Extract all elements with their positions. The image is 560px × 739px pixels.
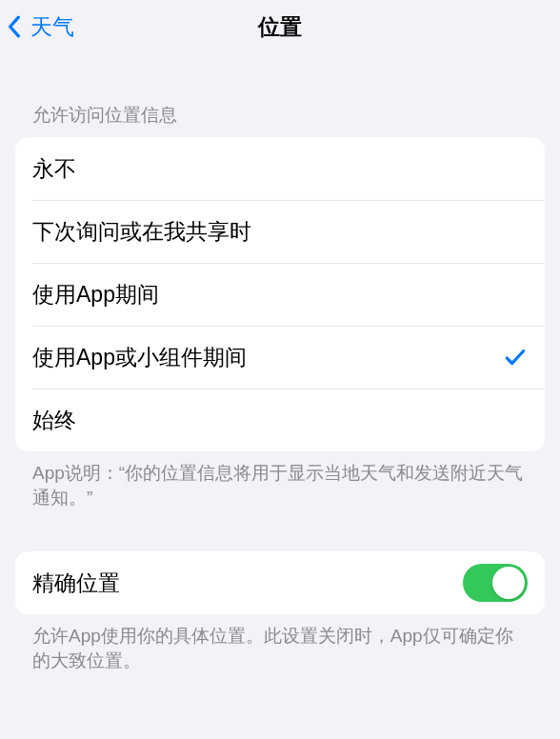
chevron-left-icon [8, 13, 25, 40]
precise-location-group: 精确位置 [15, 551, 545, 614]
option-label: 始终 [32, 406, 528, 435]
option-label: 永不 [32, 154, 528, 184]
section-footer-app-explanation: App说明：“你的位置信息将用于显示当地天气和发送附近天气通知。” [0, 451, 560, 509]
option-while-using-app-or-widgets[interactable]: 使用App或小组件期间 [15, 326, 545, 389]
option-label: 下次询问或在我共享时 [32, 217, 528, 247]
checkmark-icon [503, 345, 528, 370]
location-access-group: 永不 下次询问或在我共享时 使用App期间 使用App或小组件期间 始终 [15, 137, 545, 451]
option-label: 使用App期间 [32, 280, 528, 310]
toggle-knob [492, 567, 525, 599]
precise-location-row[interactable]: 精确位置 [15, 551, 545, 614]
navigation-bar: 天气 位置 [0, 0, 560, 53]
section-header-location-access: 允许访问位置信息 [0, 53, 560, 137]
back-label: 天气 [30, 12, 74, 42]
option-never[interactable]: 永不 [15, 137, 545, 200]
option-always[interactable]: 始终 [15, 389, 545, 451]
option-while-using-app[interactable]: 使用App期间 [15, 263, 545, 326]
precise-location-toggle[interactable] [463, 564, 528, 602]
back-button[interactable]: 天气 [0, 12, 74, 42]
option-ask-next-time[interactable]: 下次询问或在我共享时 [15, 200, 545, 263]
page-title: 位置 [0, 12, 560, 42]
section-footer-precise-explanation: 允许App使用你的具体位置。此设置关闭时，App仅可确定你的大致位置。 [0, 614, 560, 672]
precise-location-label: 精确位置 [32, 569, 463, 598]
option-label: 使用App或小组件期间 [32, 343, 503, 372]
